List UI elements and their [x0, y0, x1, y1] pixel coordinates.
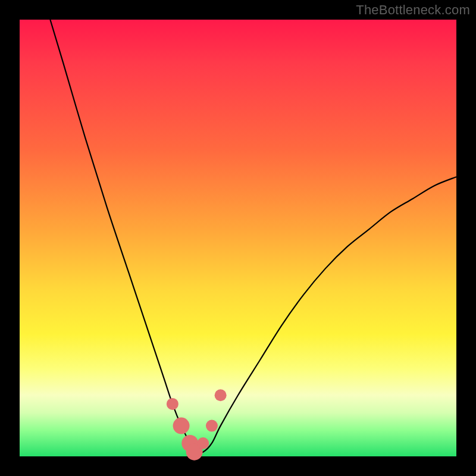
highlight-marker [167, 398, 178, 410]
watermark-text: TheBottleneck.com [356, 2, 470, 18]
chart-frame: TheBottleneck.com [0, 0, 476, 476]
highlighted-markers-group [167, 389, 227, 460]
highlight-marker [206, 420, 218, 432]
bottleneck-chart-svg [20, 20, 456, 456]
plot-area [20, 20, 456, 456]
bottleneck-curve-line [50, 20, 456, 453]
highlight-marker [215, 389, 227, 401]
highlight-marker [197, 437, 209, 449]
highlight-marker [173, 418, 190, 434]
